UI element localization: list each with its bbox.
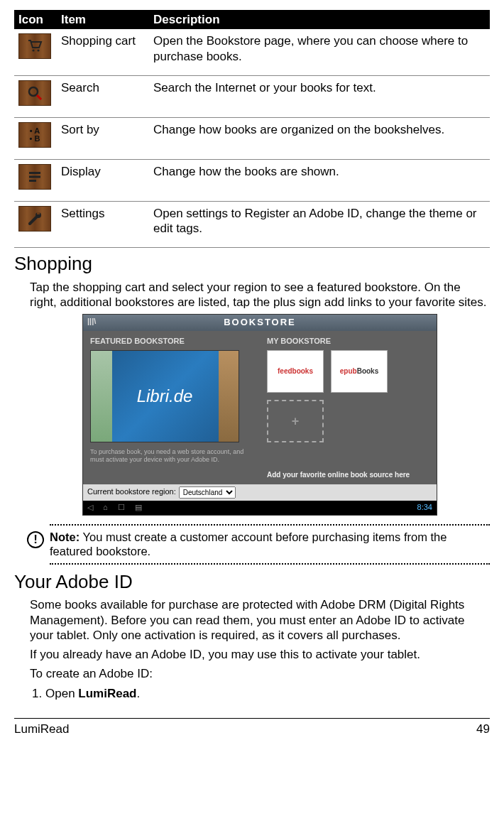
note-text: Note: You must create a customer account…	[50, 527, 490, 562]
note-block: ! Note: You must create a customer accou…	[30, 524, 490, 565]
featured-header: FEATURED BOOKSTORE	[90, 335, 253, 351]
item-desc: Open settings to Register an Adobe ID, c…	[149, 201, 490, 248]
col-icon: Icon	[14, 10, 57, 29]
item-label: Sort by	[57, 117, 149, 159]
item-desc: Change how the books are shown.	[149, 159, 490, 201]
col-desc: Description	[149, 10, 490, 29]
back-icon: |||\	[87, 317, 96, 327]
bookstore-tile: epubBooks	[331, 350, 388, 393]
page-number: 49	[476, 722, 490, 736]
svg-point-2	[29, 87, 38, 96]
svg-rect-8	[37, 212, 40, 214]
item-desc: Change how books are organized on the bo…	[149, 117, 490, 159]
item-label: Display	[57, 159, 149, 201]
purchase-note: To purchase book, you need a web store a…	[90, 448, 253, 464]
table-row: Settings Open settings to Register an Ad…	[14, 201, 490, 248]
add-bookstore-tile: +	[267, 400, 324, 442]
bookstore-tile: feedbooks	[267, 350, 324, 393]
item-label: Shopping cart	[57, 29, 149, 75]
adobe-p1: Some books available for purchase are pr…	[30, 597, 490, 643]
svg-rect-6	[29, 180, 36, 182]
settings-icon	[18, 206, 51, 232]
adobe-p3: To create an Adobe ID:	[30, 666, 490, 681]
table-row: Shopping cart Open the Bookstore page, w…	[14, 29, 490, 75]
shopping-heading: Shopping	[14, 252, 490, 276]
table-row: Search Search the Internet or your books…	[14, 75, 490, 117]
shopping-para: Tap the shopping cart and select your re…	[30, 280, 490, 310]
clock-text: 8:34	[417, 503, 432, 511]
alert-icon: !	[27, 531, 44, 548]
display-icon	[18, 164, 51, 190]
region-bar: Current bookstore region: Deutschland	[83, 484, 437, 501]
my-bookstore-header: MY BOOKSTORE	[267, 335, 429, 351]
table-row: Display Change how the books are shown.	[14, 159, 490, 201]
table-row: • A• B Sort by Change how books are orga…	[14, 117, 490, 159]
adobe-heading: Your Adobe ID	[14, 570, 490, 594]
item-desc: Search the Internet or your books for te…	[149, 75, 490, 117]
featured-bookstore-image: Libri.de	[90, 350, 239, 442]
svg-point-1	[37, 50, 39, 52]
svg-rect-4	[29, 172, 40, 174]
add-source-note: Add your favorite online book source her…	[267, 471, 429, 480]
sort-icon: • A• B	[18, 122, 51, 148]
bookstore-screenshot: |||\ BOOKSTORE FEATURED BOOKSTORE Libri.…	[82, 314, 437, 515]
page-footer: LumiRead 49	[14, 718, 490, 736]
item-label: Settings	[57, 201, 149, 248]
search-icon	[18, 80, 51, 106]
region-select: Deutschland	[179, 486, 236, 499]
svg-rect-5	[29, 175, 40, 178]
screenshot-title: BOOKSTORE	[224, 317, 296, 327]
svg-point-0	[32, 50, 34, 52]
item-label: Search	[57, 75, 149, 117]
step-1: Open LumiRead.	[45, 686, 490, 701]
android-navbar: ◁⌂☐▤ 8:34	[83, 501, 437, 515]
item-desc: Open the Bookstore page, where you can c…	[149, 29, 490, 75]
shopping-cart-icon	[18, 33, 51, 59]
adobe-p2: If you already have an Adobe ID, you may…	[30, 647, 490, 662]
svg-line-3	[37, 95, 41, 99]
icon-reference-table: Icon Item Description Shopping cart Open…	[14, 10, 490, 248]
footer-title: LumiRead	[14, 722, 70, 736]
col-item: Item	[57, 10, 149, 29]
screenshot-titlebar: |||\ BOOKSTORE	[83, 315, 437, 330]
